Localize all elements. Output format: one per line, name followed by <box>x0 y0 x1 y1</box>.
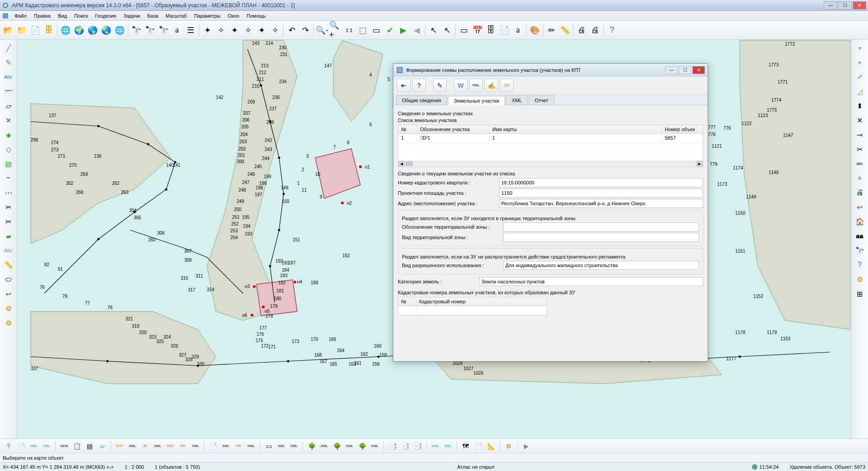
print2-icon[interactable]: 🖨 <box>589 24 602 37</box>
input-area[interactable] <box>499 188 703 198</box>
doc-xml-icon[interactable]: 📄 <box>15 440 27 452</box>
print3-icon[interactable]: 🖨 <box>854 186 866 199</box>
scissors2-icon[interactable]: ✂ <box>2 215 15 228</box>
az-icon[interactable]: A <box>854 172 866 184</box>
menu-edit[interactable]: Правка <box>30 12 54 19</box>
shape2-icon[interactable]: ▱ <box>96 440 108 452</box>
rf-icon[interactable]: РФ <box>233 440 244 452</box>
tab-xml[interactable]: XML <box>506 95 528 105</box>
help2-icon[interactable]: ? <box>854 259 866 271</box>
house2-icon[interactable]: 🏘 <box>854 230 866 242</box>
angle2-icon[interactable]: 📐 <box>485 440 497 452</box>
text-abc2-icon[interactable]: Abc <box>2 244 15 257</box>
minimize-button[interactable]: — <box>824 1 837 9</box>
prev-icon[interactable]: ◀ <box>411 24 423 37</box>
open-icon[interactable]: 📂 <box>2 24 14 37</box>
input-category[interactable] <box>479 277 703 286</box>
edit-line-icon[interactable]: ╱ <box>2 42 15 54</box>
new-icon[interactable]: 📄 <box>29 24 42 37</box>
ruler-icon[interactable]: 📏 <box>559 24 571 37</box>
cursor2-icon[interactable]: ↖ <box>441 24 453 37</box>
nodes-icon[interactable]: ⚬ <box>854 42 866 54</box>
star6-icon[interactable]: ✧ <box>269 24 281 37</box>
doc-icon[interactable]: 📄 <box>498 24 511 37</box>
cross-icon[interactable]: ✕ <box>854 114 866 127</box>
globe2-icon[interactable]: 🌍 <box>73 24 85 37</box>
shape-icon[interactable]: ▰ <box>2 230 15 242</box>
back-arrow-icon[interactable]: ↩ <box>2 287 15 300</box>
play-icon[interactable]: ▶ <box>520 440 532 452</box>
merge-icon[interactable]: ⤙ <box>854 128 866 141</box>
sth-no[interactable]: № <box>398 297 416 306</box>
table-scrollbar[interactable]: ◀▶ <box>398 160 703 167</box>
edit-icon[interactable]: ✎ <box>433 79 447 92</box>
angle-icon[interactable]: ◿ <box>854 85 866 98</box>
zoom-in-icon[interactable]: 🔍+ <box>329 24 342 37</box>
globe-icon[interactable]: 🌐 <box>59 24 72 37</box>
xml4-icon[interactable]: XML <box>442 440 454 452</box>
check-icon[interactable]: ✔ <box>383 24 396 37</box>
tree-xml2-icon[interactable]: XML <box>344 440 355 452</box>
dots-icon[interactable]: ⋯ <box>2 186 15 199</box>
binoculars-icon[interactable]: 🔭 <box>130 24 143 37</box>
scissors3-icon[interactable]: ✂ <box>854 143 866 155</box>
layers2-icon[interactable]: ▤ <box>84 440 95 452</box>
tab-general[interactable]: Общие сведения <box>396 95 447 105</box>
menu-search[interactable]: Поиск <box>70 12 91 19</box>
menu-window[interactable]: Окно <box>224 12 243 19</box>
edit-point-icon[interactable]: ✎ <box>2 56 15 69</box>
db2-icon[interactable]: 🗄 <box>485 24 497 37</box>
diamond-icon[interactable]: ◈ <box>2 128 15 141</box>
dialog-close-button[interactable]: ✕ <box>692 66 705 74</box>
zk-xml-icon[interactable]: XML <box>152 440 163 452</box>
sq-xml-icon[interactable]: XML <box>275 440 287 452</box>
abc-small-icon[interactable]: abc <box>854 157 866 170</box>
doc5-icon[interactable]: 📑 <box>399 440 411 452</box>
menu-geodesy[interactable]: Геодезия <box>92 12 120 19</box>
scissors-icon[interactable]: ✂ <box>2 201 15 213</box>
np-xml-icon[interactable]: XML <box>190 440 201 452</box>
doc-xml2-icon[interactable]: XML <box>220 440 232 452</box>
redo-icon[interactable]: ↷ <box>299 24 312 37</box>
xml1-icon[interactable]: XML <box>28 440 40 452</box>
kpt-icon[interactable]: КПТ <box>114 440 126 452</box>
xml3-icon[interactable]: XML <box>429 440 441 452</box>
list-icon[interactable]: ☰ <box>184 24 197 37</box>
menu-base[interactable]: База <box>144 12 162 19</box>
rf-xml-icon[interactable]: XML <box>245 440 257 452</box>
input-address[interactable] <box>499 199 703 208</box>
tree2-icon[interactable]: 🌳 <box>331 440 343 452</box>
gear2-icon[interactable]: ⚙ <box>854 273 866 286</box>
np-icon[interactable]: НП <box>177 440 189 452</box>
tree1-icon[interactable]: 🌳 <box>306 440 317 452</box>
close-button[interactable]: ✕ <box>853 1 866 9</box>
close-map-icon[interactable]: 📁 <box>15 24 28 37</box>
polyline-icon[interactable]: 〰 <box>2 85 15 98</box>
xml2-icon[interactable]: XML <box>41 440 52 452</box>
cylinder-icon[interactable]: ⬭ <box>2 273 15 286</box>
help-icon[interactable]: ? <box>606 24 618 37</box>
star4-icon[interactable]: ✧ <box>242 24 254 37</box>
doc2-icon[interactable]: 📋 <box>71 440 83 452</box>
th-mapname[interactable]: Имя карты <box>490 125 662 133</box>
th-no[interactable]: № <box>398 125 417 133</box>
connect-icon[interactable]: ⟋ <box>854 71 866 83</box>
tree-xml3-icon[interactable]: XML <box>369 440 381 452</box>
table-row[interactable]: 1 :ЗУ1 1 5857 <box>398 134 703 142</box>
hierarchy-icon[interactable]: ⊞ <box>854 287 866 300</box>
text-icon[interactable]: a <box>171 24 183 37</box>
star3-icon[interactable]: ✦ <box>228 24 241 37</box>
rect-icon[interactable]: ▭ <box>457 24 470 37</box>
spline-icon[interactable]: ~ <box>2 172 15 184</box>
xml-kpt-icon[interactable]: XML <box>126 440 138 452</box>
zip-icon[interactable]: ZIP <box>500 79 513 92</box>
zoom-window-icon[interactable]: ⬚ <box>356 24 369 37</box>
xml-export-icon[interactable]: XML <box>469 79 483 92</box>
nodes2-icon[interactable]: ⚬ <box>854 56 866 69</box>
zoom-out-icon[interactable]: 🔍- <box>316 24 328 37</box>
db-icon[interactable]: 🗄 <box>42 24 55 37</box>
vertical-icon[interactable]: ⬍ <box>854 99 866 112</box>
square-icon[interactable]: ▭ <box>263 440 275 452</box>
text-a-icon[interactable]: a <box>512 24 524 37</box>
undo-icon[interactable]: ↶ <box>285 24 298 37</box>
